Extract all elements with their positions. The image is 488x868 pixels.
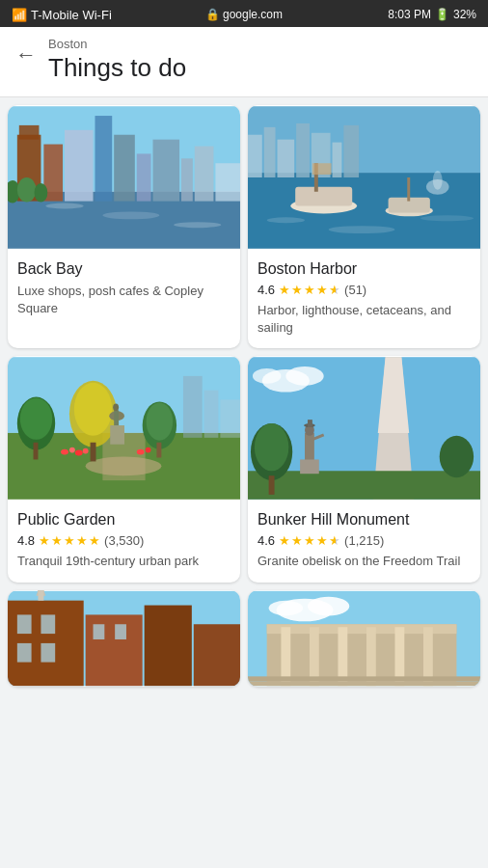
card-bunker-hill[interactable]: Bunker Hill Monument 4.6 ★ ★ ★ ★ ★ (1,21…: [248, 356, 480, 582]
boston-harbor-description: Harbor, lighthouse, cetaceans, and saili…: [258, 302, 471, 337]
svg-point-36: [329, 226, 395, 233]
svg-rect-3: [19, 125, 40, 140]
card-public-garden[interactable]: Public Garden 4.8 ★ ★ ★ ★ ★ (3,530) Tran…: [8, 356, 240, 582]
cards-grid: Back Bay Luxe shops, posh cafes & Copley…: [0, 97, 488, 590]
back-button[interactable]: ←: [15, 44, 37, 66]
card-boston-harbor[interactable]: Boston Harbor 4.6 ★ ★ ★ ★ ★ (51) Harbor,…: [248, 105, 480, 348]
svg-rect-79: [308, 420, 312, 428]
svg-rect-108: [248, 676, 480, 681]
svg-rect-73: [269, 476, 275, 496]
bunker-hill-rating-row: 4.6 ★ ★ ★ ★ ★ (1,215): [258, 533, 471, 548]
bunker-hill-image: [248, 356, 480, 501]
svg-rect-9: [153, 140, 180, 202]
svg-point-99: [269, 600, 303, 615]
battery-icon: 🔋: [435, 8, 449, 21]
svg-rect-5: [65, 130, 94, 202]
svg-rect-49: [91, 443, 96, 462]
star-5-half: ★: [329, 283, 340, 297]
star-2: ★: [291, 533, 303, 548]
svg-point-71: [255, 423, 288, 471]
svg-rect-86: [145, 605, 192, 686]
svg-rect-34: [407, 177, 410, 202]
svg-rect-91: [41, 642, 55, 662]
svg-rect-93: [115, 624, 126, 639]
svg-rect-10: [181, 158, 193, 201]
boston-harbor-image: [248, 105, 480, 250]
public-garden-description: Tranquil 19th-century urban park: [17, 553, 230, 570]
boston-harbor-rating-row: 4.6 ★ ★ ★ ★ ★ (51): [258, 283, 471, 297]
star-5: ★: [89, 533, 100, 548]
boston-harbor-title: Boston Harbor: [258, 259, 471, 279]
bunker-hill-description: Granite obelisk on the Freedom Trail: [258, 553, 471, 570]
svg-point-58: [69, 448, 75, 453]
back-bay-image: [8, 105, 240, 250]
carrier-info: 📶 T-Mobile Wi-Fi: [12, 8, 112, 22]
svg-rect-88: [17, 614, 32, 634]
header-text-block: Boston Things to do: [48, 37, 186, 83]
back-bay-body: Back Bay Luxe shops, posh cafes & Copley…: [8, 250, 240, 329]
svg-rect-109: [248, 681, 480, 686]
boston-harbor-rating: 4.6: [258, 283, 275, 297]
svg-point-56: [113, 404, 119, 412]
boston-harbor-body: Boston Harbor 4.6 ★ ★ ★ ★ ★ (51) Harbor,…: [248, 250, 480, 348]
breadcrumb: Boston: [48, 37, 186, 51]
boston-harbor-count: (51): [344, 283, 366, 297]
svg-rect-74: [305, 433, 314, 462]
svg-point-51: [147, 403, 174, 441]
svg-point-16: [45, 203, 83, 209]
svg-rect-63: [183, 376, 203, 438]
status-bar: 📶 T-Mobile Wi-Fi 🔒 google.com 8:03 PM 🔋 …: [0, 0, 488, 27]
svg-rect-64: [204, 391, 219, 438]
svg-point-35: [267, 217, 305, 223]
lock-icon: 🔒: [205, 8, 220, 21]
svg-rect-6: [95, 116, 112, 202]
svg-rect-27: [343, 125, 359, 177]
svg-point-14: [17, 177, 37, 203]
card-back-bay[interactable]: Back Bay Luxe shops, posh cafes & Copley…: [8, 105, 240, 348]
signal-icon: 📶: [12, 8, 27, 22]
star-5-half: ★: [329, 533, 340, 548]
boston-harbor-stars: ★ ★ ★ ★ ★: [279, 283, 340, 297]
svg-rect-89: [41, 614, 55, 634]
star-3: ★: [64, 533, 75, 548]
public-garden-body: Public Garden 4.8 ★ ★ ★ ★ ★ (3,530) Tran…: [8, 501, 240, 582]
partial-cards-row: [0, 590, 488, 694]
url-label: google.com: [223, 8, 283, 21]
svg-point-57: [61, 449, 68, 455]
svg-rect-46: [34, 443, 39, 460]
svg-rect-75: [300, 460, 319, 475]
svg-point-45: [20, 398, 52, 440]
svg-point-62: [146, 448, 151, 453]
star-4: ★: [76, 533, 88, 548]
star-3: ★: [304, 533, 315, 548]
partial-card-2[interactable]: [248, 590, 480, 687]
bunker-hill-body: Bunker Hill Monument 4.6 ★ ★ ★ ★ ★ (1,21…: [248, 501, 480, 582]
star-4: ★: [316, 533, 328, 548]
back-bay-title: Back Bay: [17, 259, 230, 279]
svg-rect-87: [194, 624, 240, 686]
svg-point-37: [420, 215, 474, 221]
public-garden-rating: 4.8: [17, 533, 35, 548]
star-1: ★: [279, 283, 290, 297]
carrier-label: T-Mobile Wi-Fi: [31, 8, 112, 22]
svg-rect-95: [38, 590, 43, 601]
star-1: ★: [279, 533, 290, 548]
svg-point-17: [102, 211, 159, 219]
status-right: 8:03 PM 🔋 32%: [388, 8, 476, 21]
partial-card-1[interactable]: [8, 590, 240, 687]
star-3: ★: [304, 283, 315, 297]
page-header: ← Boston Things to do: [0, 27, 488, 97]
svg-rect-53: [110, 425, 124, 445]
svg-rect-52: [156, 443, 161, 458]
svg-rect-90: [17, 642, 32, 662]
svg-point-59: [75, 450, 83, 456]
svg-rect-92: [94, 624, 105, 639]
svg-rect-26: [333, 143, 342, 177]
public-garden-title: Public Garden: [17, 510, 230, 529]
star-2: ★: [291, 283, 303, 297]
svg-rect-22: [264, 127, 276, 177]
svg-point-98: [308, 596, 349, 615]
bunker-hill-count: (1,215): [344, 533, 384, 548]
star-4: ★: [316, 283, 328, 297]
public-garden-stars: ★ ★ ★ ★ ★: [39, 533, 100, 548]
